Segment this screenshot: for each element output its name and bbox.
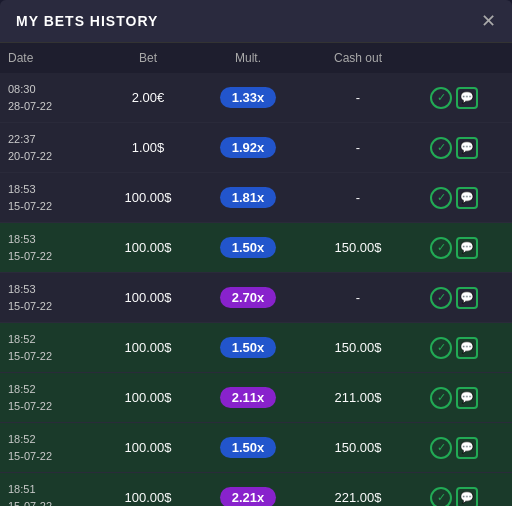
date-cell: 18:5215-07-22 [8, 331, 98, 364]
col-date: Date [8, 51, 98, 65]
table-row: 18:5115-07-22 100.00$ 2.21x 221.00$ ✓ 💬 [0, 473, 512, 506]
chat-icon[interactable]: 💬 [456, 137, 478, 159]
mult-cell: 1.92x [198, 137, 298, 158]
modal-title: MY BETS HISTORY [16, 13, 158, 29]
date-cell: 22:3720-07-22 [8, 131, 98, 164]
close-button[interactable]: ✕ [481, 12, 496, 30]
bet-cell: 100.00$ [98, 290, 198, 305]
cashout-cell: 211.00$ [298, 390, 418, 405]
table-row: 18:5315-07-22 100.00$ 1.50x 150.00$ ✓ 💬 [0, 223, 512, 273]
modal-header: MY BETS HISTORY ✕ [0, 0, 512, 43]
mult-badge: 1.50x [220, 337, 277, 358]
chat-icon[interactable]: 💬 [456, 437, 478, 459]
table-header: Date Bet Mult. Cash out [0, 43, 512, 73]
table-row: 18:5315-07-22 100.00$ 1.81x - ✓ 💬 [0, 173, 512, 223]
check-icon[interactable]: ✓ [430, 387, 452, 409]
mult-cell: 1.33x [198, 87, 298, 108]
icons-cell: ✓ 💬 [418, 237, 478, 259]
mult-badge: 1.50x [220, 237, 277, 258]
date-cell: 18:5215-07-22 [8, 431, 98, 464]
mult-badge: 2.21x [220, 487, 277, 506]
cashout-cell: - [298, 90, 418, 105]
mult-cell: 1.50x [198, 437, 298, 458]
check-icon[interactable]: ✓ [430, 187, 452, 209]
table-row: 08:3028-07-22 2.00€ 1.33x - ✓ 💬 [0, 73, 512, 123]
table-row: 22:3720-07-22 1.00$ 1.92x - ✓ 💬 [0, 123, 512, 173]
col-cashout: Cash out [298, 51, 418, 65]
bets-table: 08:3028-07-22 2.00€ 1.33x - ✓ 💬 22:3720-… [0, 73, 512, 506]
mult-badge: 1.33x [220, 87, 277, 108]
cashout-cell: - [298, 140, 418, 155]
icons-cell: ✓ 💬 [418, 487, 478, 507]
cashout-cell: 221.00$ [298, 490, 418, 505]
icons-cell: ✓ 💬 [418, 137, 478, 159]
check-icon[interactable]: ✓ [430, 337, 452, 359]
table-row: 18:5215-07-22 100.00$ 2.11x 211.00$ ✓ 💬 [0, 373, 512, 423]
bet-cell: 100.00$ [98, 390, 198, 405]
mult-cell: 2.21x [198, 487, 298, 506]
bet-cell: 100.00$ [98, 340, 198, 355]
mult-badge: 2.70x [220, 287, 277, 308]
col-bet: Bet [98, 51, 198, 65]
chat-icon[interactable]: 💬 [456, 87, 478, 109]
icons-cell: ✓ 💬 [418, 387, 478, 409]
bet-cell: 100.00$ [98, 440, 198, 455]
check-icon[interactable]: ✓ [430, 287, 452, 309]
bet-cell: 100.00$ [98, 490, 198, 505]
bets-history-modal: MY BETS HISTORY ✕ Date Bet Mult. Cash ou… [0, 0, 512, 506]
date-cell: 18:5315-07-22 [8, 231, 98, 264]
icons-cell: ✓ 💬 [418, 437, 478, 459]
date-cell: 18:5315-07-22 [8, 181, 98, 214]
chat-icon[interactable]: 💬 [456, 187, 478, 209]
cashout-cell: 150.00$ [298, 440, 418, 455]
table-row: 18:5215-07-22 100.00$ 1.50x 150.00$ ✓ 💬 [0, 323, 512, 373]
check-icon[interactable]: ✓ [430, 437, 452, 459]
mult-badge: 1.50x [220, 437, 277, 458]
mult-cell: 1.81x [198, 187, 298, 208]
cashout-cell: - [298, 290, 418, 305]
check-icon[interactable]: ✓ [430, 487, 452, 507]
cashout-cell: 150.00$ [298, 340, 418, 355]
bet-cell: 100.00$ [98, 240, 198, 255]
cashout-cell: 150.00$ [298, 240, 418, 255]
check-icon[interactable]: ✓ [430, 237, 452, 259]
date-cell: 18:5215-07-22 [8, 381, 98, 414]
bet-cell: 1.00$ [98, 140, 198, 155]
col-mult: Mult. [198, 51, 298, 65]
bet-cell: 2.00€ [98, 90, 198, 105]
mult-cell: 2.70x [198, 287, 298, 308]
mult-badge: 2.11x [220, 387, 277, 408]
check-icon[interactable]: ✓ [430, 137, 452, 159]
table-row: 18:5215-07-22 100.00$ 1.50x 150.00$ ✓ 💬 [0, 423, 512, 473]
chat-icon[interactable]: 💬 [456, 237, 478, 259]
date-cell: 18:5115-07-22 [8, 481, 98, 506]
chat-icon[interactable]: 💬 [456, 487, 478, 507]
mult-badge: 1.81x [220, 187, 277, 208]
icons-cell: ✓ 💬 [418, 337, 478, 359]
icons-cell: ✓ 💬 [418, 87, 478, 109]
chat-icon[interactable]: 💬 [456, 387, 478, 409]
icons-cell: ✓ 💬 [418, 287, 478, 309]
col-icons [418, 51, 478, 65]
mult-cell: 2.11x [198, 387, 298, 408]
table-row: 18:5315-07-22 100.00$ 2.70x - ✓ 💬 [0, 273, 512, 323]
bet-cell: 100.00$ [98, 190, 198, 205]
date-cell: 18:5315-07-22 [8, 281, 98, 314]
mult-cell: 1.50x [198, 237, 298, 258]
date-cell: 08:3028-07-22 [8, 81, 98, 114]
icons-cell: ✓ 💬 [418, 187, 478, 209]
check-icon[interactable]: ✓ [430, 87, 452, 109]
chat-icon[interactable]: 💬 [456, 337, 478, 359]
mult-badge: 1.92x [220, 137, 277, 158]
chat-icon[interactable]: 💬 [456, 287, 478, 309]
cashout-cell: - [298, 190, 418, 205]
mult-cell: 1.50x [198, 337, 298, 358]
